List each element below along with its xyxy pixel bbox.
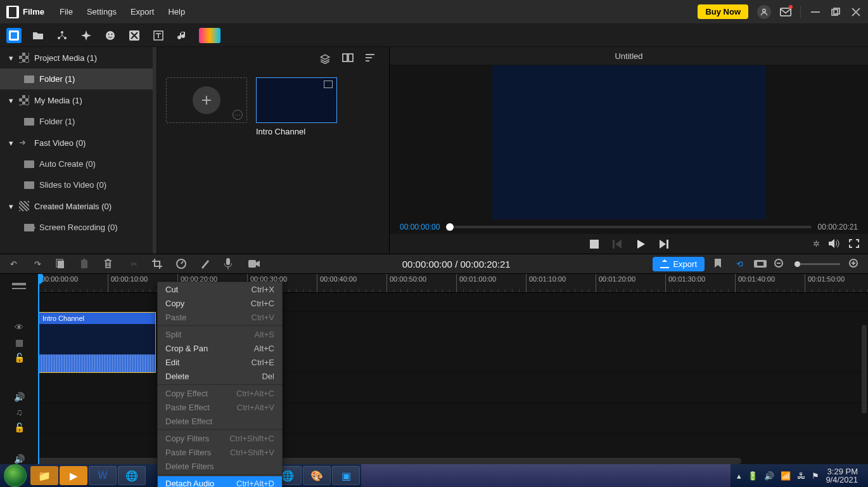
zoom-knob[interactable] xyxy=(795,261,800,267)
lock-icon[interactable]: 🔓 xyxy=(14,353,25,363)
menu-help[interactable]: Help xyxy=(168,7,185,16)
context-menu-item[interactable]: Detach AudioCtrl+Alt+D xyxy=(158,476,282,487)
sidebar-item-screen-recording[interactable]: Screen Recording (0) xyxy=(0,217,156,238)
add-media-button[interactable]: + ⋯ xyxy=(166,77,247,123)
marker-button[interactable] xyxy=(713,259,725,269)
media-clip[interactable]: Intro Channel xyxy=(256,77,337,136)
context-menu-shortcut: Ctrl+C xyxy=(251,299,274,308)
chevron-down-icon: ▾ xyxy=(8,96,14,105)
sidebar-scrollbar[interactable] xyxy=(153,47,156,254)
stop-button[interactable] xyxy=(590,240,599,249)
more-icon[interactable]: ⋯ xyxy=(233,110,243,120)
taskbar-explorer[interactable]: 📁 xyxy=(30,466,58,485)
fullscreen-icon[interactable] xyxy=(849,239,859,249)
visibility-icon[interactable]: 👁 xyxy=(15,322,23,332)
timeline-v-scrollbar[interactable] xyxy=(862,325,867,413)
copy-button[interactable] xyxy=(56,259,67,269)
export-button[interactable]: Export xyxy=(653,257,705,271)
folder-button[interactable] xyxy=(30,28,46,43)
preview-video[interactable] xyxy=(492,65,766,219)
timeline-h-scrollbar[interactable] xyxy=(38,458,741,464)
media-tab-button[interactable] xyxy=(6,28,22,43)
window-minimize-icon[interactable] xyxy=(810,6,821,18)
sidebar-item-auto-create[interactable]: Auto Create (0) xyxy=(0,153,156,174)
text-button[interactable] xyxy=(151,28,166,43)
next-frame-button[interactable] xyxy=(660,240,668,249)
playhead[interactable] xyxy=(38,274,39,464)
account-icon[interactable] xyxy=(757,5,771,19)
context-menu-item[interactable]: Crop & PanAlt+C xyxy=(158,341,282,355)
progress-knob[interactable] xyxy=(446,223,454,231)
mail-icon[interactable] xyxy=(780,6,791,18)
tray-network-icon[interactable]: 🖧 xyxy=(797,471,805,481)
effects-button[interactable] xyxy=(199,28,220,43)
undo-button[interactable]: ↶ xyxy=(8,259,19,269)
taskbar-paint[interactable]: 🎨 xyxy=(303,466,331,485)
tray-volume-icon[interactable]: 🔊 xyxy=(764,471,774,481)
menu-settings[interactable]: Settings xyxy=(87,7,117,16)
tray-chevron-icon[interactable]: ▴ xyxy=(737,471,741,481)
paste-button[interactable] xyxy=(80,259,91,269)
tray-clock[interactable]: 3:29 PM 9/4/2021 xyxy=(826,467,858,484)
fit-button[interactable] xyxy=(754,260,765,268)
video-track-icon[interactable]: ▦ xyxy=(15,337,23,347)
sidebar-group-my-media[interactable]: ▾ My Media (1) xyxy=(0,89,156,111)
audio-volume-icon[interactable]: 🔊 xyxy=(14,454,25,464)
prev-frame-button[interactable] xyxy=(613,240,622,249)
sidebar-item-folder-project[interactable]: Folder (1) xyxy=(0,68,156,89)
nodes-button[interactable] xyxy=(54,28,70,43)
settings-icon[interactable]: ✲ xyxy=(813,239,820,249)
split-button[interactable]: ✂ xyxy=(128,259,139,269)
voiceover-button[interactable] xyxy=(224,258,236,269)
sparkle-button[interactable] xyxy=(79,28,94,43)
taskbar-word[interactable]: W xyxy=(89,466,117,485)
zoom-in-button[interactable] xyxy=(849,259,860,269)
lock-icon[interactable]: 🔓 xyxy=(14,422,25,432)
sidebar-item-folder-mymedia[interactable]: Folder (1) xyxy=(0,111,156,132)
timeline-clip[interactable]: Intro Channel xyxy=(38,312,156,373)
sticker-button[interactable] xyxy=(103,28,118,43)
tray-wifi-icon[interactable]: 📶 xyxy=(781,471,791,481)
window-close-icon[interactable] xyxy=(850,6,862,18)
context-menu-label: Split xyxy=(165,330,181,339)
speed-button[interactable] xyxy=(176,259,188,269)
redo-button[interactable]: ↷ xyxy=(32,259,43,269)
audio-volume-icon[interactable]: 🔊 xyxy=(14,392,25,402)
hamburger-icon[interactable] xyxy=(12,283,26,285)
music-track-icon[interactable]: ♫ xyxy=(16,407,23,417)
context-menu-item[interactable]: DeleteDel xyxy=(158,369,282,383)
menu-file[interactable]: File xyxy=(60,7,73,16)
sort-icon[interactable] xyxy=(365,53,375,71)
zoom-out-button[interactable] xyxy=(774,259,786,269)
grid-view-icon[interactable] xyxy=(342,53,354,71)
sidebar-group-project-media[interactable]: ▾ Project Media (1) xyxy=(0,47,156,68)
taskbar-media-player[interactable]: ▶ xyxy=(60,466,87,485)
record-button[interactable] xyxy=(248,260,260,268)
sidebar-group-fast-video[interactable]: ▾ Fast Video (0) xyxy=(0,132,156,153)
buy-now-button[interactable]: Buy Now xyxy=(698,4,748,19)
context-menu-label: Detach Audio xyxy=(165,479,214,488)
context-menu-item[interactable]: EditCtrl+E xyxy=(158,355,282,369)
sidebar-item-slides-to-video[interactable]: Slides to Video (0) xyxy=(0,174,156,195)
layers-icon[interactable] xyxy=(319,53,331,71)
volume-icon[interactable] xyxy=(829,239,840,249)
window-maximize-icon[interactable] xyxy=(830,6,841,18)
snap-button[interactable]: ⟲ xyxy=(734,259,745,269)
menu-export[interactable]: Export xyxy=(131,7,155,16)
preview-progress-track[interactable] xyxy=(446,226,811,228)
color-button[interactable] xyxy=(200,259,212,269)
context-menu-item[interactable]: CutCtrl+X xyxy=(158,282,282,296)
tray-flag-icon[interactable]: ⚑ xyxy=(812,471,819,481)
audio-button[interactable] xyxy=(175,28,190,43)
crop-button[interactable] xyxy=(152,259,163,269)
context-menu-item[interactable]: CopyCtrl+C xyxy=(158,296,282,310)
transition-button[interactable] xyxy=(127,28,142,43)
taskbar-chrome[interactable]: 🌐 xyxy=(118,466,146,485)
start-button[interactable] xyxy=(4,464,27,487)
sidebar-group-created-materials[interactable]: ▾ Created Materials (0) xyxy=(0,195,156,217)
zoom-slider[interactable] xyxy=(795,263,840,265)
play-button[interactable] xyxy=(635,239,646,249)
tray-battery-icon[interactable]: 🔋 xyxy=(748,471,758,481)
delete-button[interactable] xyxy=(104,259,115,269)
taskbar-filme[interactable]: ▣ xyxy=(332,466,360,485)
